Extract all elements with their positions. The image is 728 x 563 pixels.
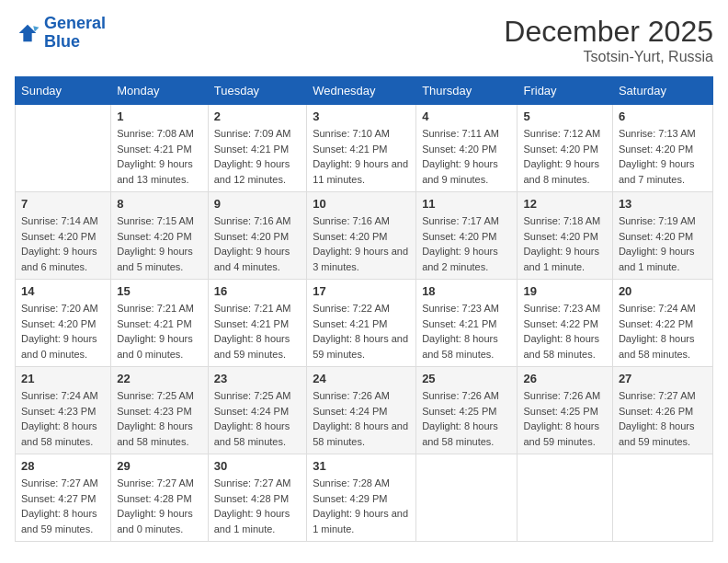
daylight-label: Daylight: 9 hours and 9 minutes.: [422, 158, 498, 185]
sunrise-label: Sunrise: 7:26 AM: [422, 390, 499, 401]
day-number: 20: [619, 284, 707, 298]
day-info: Sunrise: 7:11 AMSunset: 4:20 PMDaylight:…: [422, 126, 511, 187]
sunrise-label: Sunrise: 7:18 AM: [523, 215, 600, 226]
header-saturday: Saturday: [612, 77, 712, 105]
day-number: 14: [21, 284, 105, 298]
calendar-cell: [16, 105, 111, 192]
day-number: 25: [422, 372, 511, 385]
day-info: Sunrise: 7:15 AMSunset: 4:20 PMDaylight:…: [117, 213, 202, 274]
sunset-label: Sunset: 4:26 PM: [619, 406, 693, 417]
calendar-cell: 23Sunrise: 7:25 AMSunset: 4:24 PMDayligh…: [208, 367, 306, 454]
calendar-cell: 15Sunrise: 7:21 AMSunset: 4:21 PMDayligh…: [111, 280, 209, 367]
sunrise-label: Sunrise: 7:17 AM: [422, 215, 499, 226]
calendar-cell: 14Sunrise: 7:20 AMSunset: 4:20 PMDayligh…: [16, 280, 111, 367]
day-number: 2: [214, 109, 301, 123]
week-row-5: 28Sunrise: 7:27 AMSunset: 4:27 PMDayligh…: [16, 454, 713, 542]
daylight-label: Daylight: 8 hours and 58 minutes.: [214, 420, 290, 447]
calendar-cell: 31Sunrise: 7:28 AMSunset: 4:29 PMDayligh…: [307, 454, 416, 542]
day-info: Sunrise: 7:27 AMSunset: 4:28 PMDaylight:…: [117, 476, 202, 536]
daylight-label: Daylight: 9 hours and 11 minutes.: [313, 158, 408, 185]
calendar-cell: 30Sunrise: 7:27 AMSunset: 4:28 PMDayligh…: [208, 454, 306, 542]
calendar-cell: 22Sunrise: 7:25 AMSunset: 4:23 PMDayligh…: [111, 367, 209, 454]
calendar-cell: 28Sunrise: 7:27 AMSunset: 4:27 PMDayligh…: [16, 454, 111, 542]
calendar-cell: 10Sunrise: 7:16 AMSunset: 4:20 PMDayligh…: [307, 192, 416, 280]
sunrise-label: Sunrise: 7:27 AM: [117, 477, 194, 488]
sunset-label: Sunset: 4:21 PM: [422, 318, 496, 329]
sunset-label: Sunset: 4:20 PM: [523, 144, 597, 155]
day-number: 23: [214, 372, 301, 385]
day-info: Sunrise: 7:28 AMSunset: 4:29 PMDaylight:…: [313, 476, 410, 536]
calendar-cell: 24Sunrise: 7:26 AMSunset: 4:24 PMDayligh…: [307, 367, 416, 454]
daylight-label: Daylight: 9 hours and 1 minute.: [214, 508, 290, 534]
day-info: Sunrise: 7:23 AMSunset: 4:22 PMDaylight:…: [523, 301, 606, 362]
day-info: Sunrise: 7:09 AMSunset: 4:21 PMDaylight:…: [214, 126, 301, 187]
calendar-cell: 8Sunrise: 7:15 AMSunset: 4:20 PMDaylight…: [111, 192, 209, 280]
sunrise-label: Sunrise: 7:21 AM: [117, 303, 194, 314]
sunset-label: Sunset: 4:21 PM: [117, 144, 191, 155]
header-friday: Friday: [518, 77, 612, 105]
logo-icon: [15, 20, 40, 46]
header-monday: Monday: [111, 77, 209, 105]
sunset-label: Sunset: 4:20 PM: [422, 231, 496, 242]
daylight-label: Daylight: 9 hours and 1 minute.: [313, 508, 408, 534]
day-number: 22: [117, 372, 202, 385]
sunset-label: Sunset: 4:23 PM: [21, 406, 96, 417]
daylight-label: Daylight: 9 hours and 2 minutes.: [422, 246, 498, 272]
sunset-label: Sunset: 4:20 PM: [619, 231, 693, 242]
sunset-label: Sunset: 4:20 PM: [214, 231, 289, 242]
week-row-2: 7Sunrise: 7:14 AMSunset: 4:20 PMDaylight…: [16, 192, 713, 280]
day-info: Sunrise: 7:16 AMSunset: 4:20 PMDaylight:…: [313, 213, 410, 274]
day-number: 12: [523, 197, 606, 211]
day-info: Sunrise: 7:24 AMSunset: 4:23 PMDaylight:…: [21, 388, 105, 449]
daylight-label: Daylight: 8 hours and 58 minutes.: [313, 420, 408, 447]
day-number: 5: [523, 109, 606, 123]
sunset-label: Sunset: 4:21 PM: [214, 318, 289, 329]
calendar-cell: 21Sunrise: 7:24 AMSunset: 4:23 PMDayligh…: [16, 367, 111, 454]
daylight-label: Daylight: 9 hours and 0 minutes.: [117, 333, 193, 360]
day-info: Sunrise: 7:22 AMSunset: 4:21 PMDaylight:…: [313, 301, 410, 362]
day-number: 26: [523, 372, 606, 385]
day-info: Sunrise: 7:12 AMSunset: 4:20 PMDaylight:…: [523, 126, 606, 187]
week-row-4: 21Sunrise: 7:24 AMSunset: 4:23 PMDayligh…: [16, 367, 713, 454]
sunset-label: Sunset: 4:21 PM: [313, 318, 387, 329]
sunset-label: Sunset: 4:24 PM: [313, 406, 387, 417]
calendar-cell: 25Sunrise: 7:26 AMSunset: 4:25 PMDayligh…: [416, 367, 518, 454]
day-info: Sunrise: 7:18 AMSunset: 4:20 PMDaylight:…: [523, 213, 606, 274]
sunset-label: Sunset: 4:27 PM: [21, 493, 96, 504]
page-header: General Blue December 2025 Tsotsin-Yurt,…: [15, 15, 713, 65]
daylight-label: Daylight: 9 hours and 1 minute.: [619, 246, 695, 272]
calendar-cell: 6Sunrise: 7:13 AMSunset: 4:20 PMDaylight…: [612, 105, 712, 192]
day-info: Sunrise: 7:20 AMSunset: 4:20 PMDaylight:…: [21, 301, 105, 362]
sunrise-label: Sunrise: 7:11 AM: [422, 128, 499, 139]
sunrise-label: Sunrise: 7:26 AM: [523, 390, 600, 401]
calendar-cell: 12Sunrise: 7:18 AMSunset: 4:20 PMDayligh…: [518, 192, 612, 280]
header-wednesday: Wednesday: [307, 77, 416, 105]
sunrise-label: Sunrise: 7:19 AM: [619, 215, 696, 226]
daylight-label: Daylight: 9 hours and 0 minutes.: [117, 508, 193, 534]
day-info: Sunrise: 7:16 AMSunset: 4:20 PMDaylight:…: [214, 213, 301, 274]
daylight-label: Daylight: 8 hours and 59 minutes.: [523, 420, 599, 447]
logo: General Blue: [15, 15, 106, 52]
sunrise-label: Sunrise: 7:16 AM: [214, 215, 291, 226]
day-number: 3: [313, 109, 410, 123]
sunrise-label: Sunrise: 7:16 AM: [313, 215, 390, 226]
daylight-label: Daylight: 9 hours and 3 minutes.: [313, 246, 408, 272]
daylight-label: Daylight: 8 hours and 58 minutes.: [422, 333, 498, 360]
page-subtitle: Tsotsin-Yurt, Russia: [504, 49, 713, 65]
sunrise-label: Sunrise: 7:12 AM: [523, 128, 600, 139]
sunrise-label: Sunrise: 7:13 AM: [619, 128, 696, 139]
sunset-label: Sunset: 4:23 PM: [117, 406, 191, 417]
day-number: 9: [214, 197, 301, 211]
sunrise-label: Sunrise: 7:25 AM: [214, 390, 291, 401]
calendar-table: SundayMondayTuesdayWednesdayThursdayFrid…: [15, 76, 713, 542]
sunset-label: Sunset: 4:21 PM: [117, 318, 191, 329]
daylight-label: Daylight: 8 hours and 58 minutes.: [117, 420, 193, 447]
week-row-3: 14Sunrise: 7:20 AMSunset: 4:20 PMDayligh…: [16, 280, 713, 367]
day-number: 19: [523, 284, 606, 298]
day-info: Sunrise: 7:21 AMSunset: 4:21 PMDaylight:…: [214, 301, 301, 362]
day-number: 24: [313, 372, 410, 385]
calendar-header-row: SundayMondayTuesdayWednesdayThursdayFrid…: [16, 77, 713, 105]
day-number: 7: [21, 197, 105, 211]
sunset-label: Sunset: 4:20 PM: [21, 318, 96, 329]
sunrise-label: Sunrise: 7:23 AM: [422, 303, 499, 314]
